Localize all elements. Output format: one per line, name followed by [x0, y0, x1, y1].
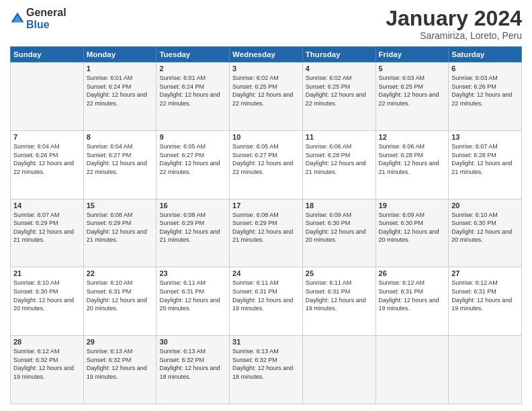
- day-info: Sunrise: 6:03 AMSunset: 6:25 PMDaylight:…: [379, 74, 446, 107]
- calendar-cell: 28 Sunrise: 6:12 AMSunset: 6:32 PMDaylig…: [11, 336, 84, 404]
- calendar-cell: 19 Sunrise: 6:09 AMSunset: 6:30 PMDaylig…: [375, 199, 449, 267]
- day-info: Sunrise: 6:02 AMSunset: 6:25 PMDaylight:…: [306, 74, 373, 107]
- day-number: 6: [451, 64, 519, 73]
- day-number: 13: [451, 133, 519, 141]
- day-info: Sunrise: 6:12 AMSunset: 6:32 PMDaylight:…: [13, 347, 81, 381]
- calendar-cell: 15 Sunrise: 6:08 AMSunset: 6:29 PMDaylig…: [83, 199, 157, 267]
- day-number: 25: [306, 269, 373, 277]
- day-number: 19: [379, 201, 446, 210]
- day-info: Sunrise: 6:04 AMSunset: 6:27 PMDaylight:…: [87, 142, 154, 176]
- calendar-cell: 22 Sunrise: 6:10 AMSunset: 6:31 PMDaylig…: [83, 267, 157, 336]
- day-number: 1: [87, 64, 154, 73]
- calendar-cell: 25 Sunrise: 6:11 AMSunset: 6:31 PMDaylig…: [302, 267, 375, 336]
- day-info: Sunrise: 6:11 AMSunset: 6:31 PMDaylight:…: [159, 279, 226, 312]
- day-info: Sunrise: 6:03 AMSunset: 6:26 PMDaylight:…: [451, 74, 519, 107]
- calendar-cell: 26 Sunrise: 6:12 AMSunset: 6:31 PMDaylig…: [375, 267, 449, 336]
- day-number: 4: [306, 64, 373, 73]
- day-info: Sunrise: 6:13 AMSunset: 6:32 PMDaylight:…: [87, 347, 154, 381]
- day-info: Sunrise: 6:06 AMSunset: 6:28 PMDaylight:…: [306, 142, 373, 176]
- calendar-cell: 24 Sunrise: 6:11 AMSunset: 6:31 PMDaylig…: [230, 267, 303, 336]
- calendar-cell: 29 Sunrise: 6:13 AMSunset: 6:32 PMDaylig…: [83, 336, 157, 404]
- day-number: 7: [13, 133, 81, 141]
- calendar-cell: 11 Sunrise: 6:06 AMSunset: 6:28 PMDaylig…: [302, 130, 375, 199]
- day-number: 16: [159, 201, 226, 210]
- calendar-cell: 13 Sunrise: 6:07 AMSunset: 6:28 PMDaylig…: [449, 130, 522, 199]
- day-number: 10: [232, 133, 300, 141]
- day-number: 20: [451, 201, 519, 210]
- day-number: 15: [87, 201, 154, 210]
- calendar-cell: 5 Sunrise: 6:03 AMSunset: 6:25 PMDayligh…: [375, 62, 449, 131]
- calendar-cell: [11, 62, 84, 131]
- day-number: 18: [306, 201, 373, 210]
- calendar-cell: [302, 336, 375, 404]
- calendar-cell: 1 Sunrise: 6:01 AMSunset: 6:24 PMDayligh…: [83, 62, 157, 131]
- logo-blue: Blue: [26, 19, 50, 30]
- day-info: Sunrise: 6:09 AMSunset: 6:30 PMDaylight:…: [379, 211, 446, 244]
- calendar-cell: 30 Sunrise: 6:13 AMSunset: 6:32 PMDaylig…: [157, 336, 230, 404]
- day-number: 21: [13, 269, 81, 277]
- weekday-header-row: Sunday Monday Tuesday Wednesday Thursday…: [11, 47, 522, 62]
- calendar-cell: 3 Sunrise: 6:02 AMSunset: 6:25 PMDayligh…: [230, 62, 303, 131]
- day-info: Sunrise: 6:05 AMSunset: 6:27 PMDaylight:…: [232, 142, 300, 176]
- calendar-table: Sunday Monday Tuesday Wednesday Thursday…: [10, 46, 522, 404]
- day-info: Sunrise: 6:10 AMSunset: 6:30 PMDaylight:…: [13, 279, 81, 312]
- calendar-cell: [449, 336, 522, 404]
- day-number: 22: [87, 269, 154, 277]
- title-block: January 2024 Saramiriza, Loreto, Peru: [386, 7, 522, 41]
- logo-icon: [10, 11, 25, 26]
- day-info: Sunrise: 6:01 AMSunset: 6:24 PMDaylight:…: [87, 74, 154, 107]
- logo-general: General: [26, 7, 66, 18]
- day-number: 28: [13, 338, 81, 346]
- day-info: Sunrise: 6:05 AMSunset: 6:27 PMDaylight:…: [159, 142, 226, 176]
- calendar-week-2: 7 Sunrise: 6:04 AMSunset: 6:26 PMDayligh…: [11, 130, 522, 199]
- day-info: Sunrise: 6:11 AMSunset: 6:31 PMDaylight:…: [306, 279, 373, 312]
- day-info: Sunrise: 6:08 AMSunset: 6:29 PMDaylight:…: [87, 211, 154, 244]
- header-sunday: Sunday: [11, 47, 84, 62]
- header: General Blue January 2024 Saramiriza, Lo…: [10, 7, 522, 41]
- day-info: Sunrise: 6:01 AMSunset: 6:24 PMDaylight:…: [159, 74, 226, 107]
- calendar-week-5: 28 Sunrise: 6:12 AMSunset: 6:32 PMDaylig…: [11, 336, 522, 404]
- day-number: 23: [159, 269, 226, 277]
- calendar-cell: 20 Sunrise: 6:10 AMSunset: 6:30 PMDaylig…: [449, 199, 522, 267]
- day-number: 14: [13, 201, 81, 210]
- calendar-cell: 31 Sunrise: 6:13 AMSunset: 6:32 PMDaylig…: [230, 336, 303, 404]
- day-number: 8: [87, 133, 154, 141]
- calendar-cell: 10 Sunrise: 6:05 AMSunset: 6:27 PMDaylig…: [230, 130, 303, 199]
- day-info: Sunrise: 6:02 AMSunset: 6:25 PMDaylight:…: [232, 74, 300, 107]
- day-number: 11: [306, 133, 373, 141]
- logo: General Blue: [10, 7, 66, 31]
- calendar-cell: 23 Sunrise: 6:11 AMSunset: 6:31 PMDaylig…: [157, 267, 230, 336]
- day-number: 27: [451, 269, 519, 277]
- calendar-cell: 9 Sunrise: 6:05 AMSunset: 6:27 PMDayligh…: [157, 130, 230, 199]
- calendar-cell: 7 Sunrise: 6:04 AMSunset: 6:26 PMDayligh…: [11, 130, 84, 199]
- day-info: Sunrise: 6:09 AMSunset: 6:30 PMDaylight:…: [306, 211, 373, 244]
- calendar-week-1: 1 Sunrise: 6:01 AMSunset: 6:24 PMDayligh…: [11, 62, 522, 131]
- header-monday: Monday: [83, 47, 157, 62]
- calendar-cell: 18 Sunrise: 6:09 AMSunset: 6:30 PMDaylig…: [302, 199, 375, 267]
- calendar-cell: 14 Sunrise: 6:07 AMSunset: 6:29 PMDaylig…: [11, 199, 84, 267]
- day-number: 5: [379, 64, 446, 73]
- day-info: Sunrise: 6:04 AMSunset: 6:26 PMDaylight:…: [13, 142, 81, 176]
- day-info: Sunrise: 6:13 AMSunset: 6:32 PMDaylight:…: [232, 347, 300, 381]
- day-number: 30: [159, 338, 226, 346]
- day-info: Sunrise: 6:12 AMSunset: 6:31 PMDaylight:…: [379, 279, 446, 312]
- header-thursday: Thursday: [302, 47, 375, 62]
- day-info: Sunrise: 6:13 AMSunset: 6:32 PMDaylight:…: [159, 347, 226, 381]
- calendar-week-4: 21 Sunrise: 6:10 AMSunset: 6:30 PMDaylig…: [11, 267, 522, 336]
- day-number: 17: [232, 201, 300, 210]
- day-number: 26: [379, 269, 446, 277]
- calendar-cell: 2 Sunrise: 6:01 AMSunset: 6:24 PMDayligh…: [157, 62, 230, 131]
- location-subtitle: Saramiriza, Loreto, Peru: [386, 30, 522, 41]
- day-number: 24: [232, 269, 300, 277]
- calendar-cell: 12 Sunrise: 6:06 AMSunset: 6:28 PMDaylig…: [375, 130, 449, 199]
- calendar-cell: 4 Sunrise: 6:02 AMSunset: 6:25 PMDayligh…: [302, 62, 375, 131]
- calendar-cell: 27 Sunrise: 6:12 AMSunset: 6:31 PMDaylig…: [449, 267, 522, 336]
- calendar-cell: 17 Sunrise: 6:08 AMSunset: 6:29 PMDaylig…: [230, 199, 303, 267]
- header-wednesday: Wednesday: [230, 47, 303, 62]
- calendar-page: General Blue January 2024 Saramiriza, Lo…: [0, 0, 532, 411]
- day-info: Sunrise: 6:11 AMSunset: 6:31 PMDaylight:…: [232, 279, 300, 312]
- day-info: Sunrise: 6:10 AMSunset: 6:31 PMDaylight:…: [87, 279, 154, 312]
- calendar-cell: 21 Sunrise: 6:10 AMSunset: 6:30 PMDaylig…: [11, 267, 84, 336]
- month-title: January 2024: [386, 7, 522, 30]
- calendar-cell: 16 Sunrise: 6:08 AMSunset: 6:29 PMDaylig…: [157, 199, 230, 267]
